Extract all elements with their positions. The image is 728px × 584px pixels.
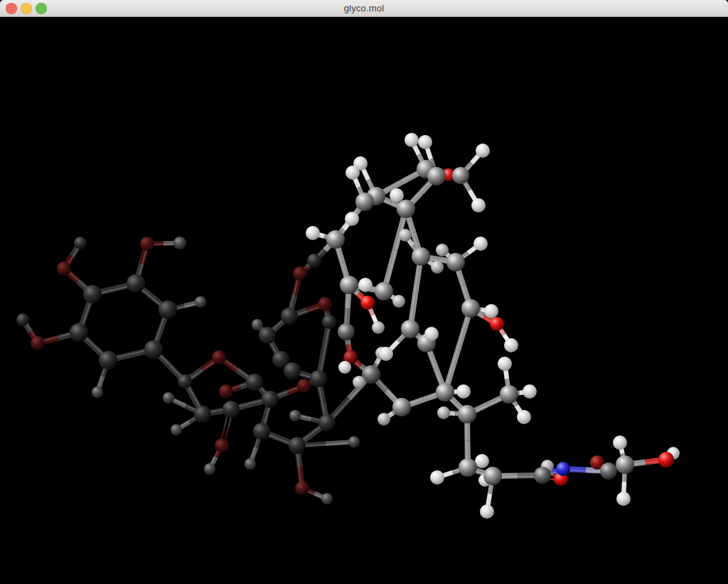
atom-Hd[interactable]	[289, 410, 301, 421]
atom-Hm[interactable]	[399, 229, 412, 242]
atom-C[interactable]	[355, 193, 374, 211]
atom-Hd[interactable]	[321, 493, 333, 504]
atom-Od[interactable]	[212, 350, 226, 364]
atom-H[interactable]	[405, 133, 419, 147]
atom-Cd[interactable]	[159, 301, 177, 319]
atom-H[interactable]	[379, 347, 393, 361]
atom-H[interactable]	[358, 278, 373, 292]
atom-C[interactable]	[397, 200, 415, 218]
atom-Cm[interactable]	[534, 467, 551, 484]
atom-Od[interactable]	[295, 481, 309, 495]
atom-Hm[interactable]	[431, 261, 444, 274]
atom-C[interactable]	[446, 253, 465, 271]
atom-C[interactable]	[401, 320, 419, 338]
atom-H[interactable]	[430, 470, 444, 485]
atom-H[interactable]	[424, 327, 439, 341]
atom-C[interactable]	[459, 458, 477, 477]
atom-Cd[interactable]	[281, 308, 298, 325]
atom-Hm[interactable]	[378, 413, 390, 426]
atom-Hm[interactable]	[437, 406, 450, 419]
atom-H[interactable]	[484, 304, 498, 318]
atom-H[interactable]	[504, 338, 518, 352]
atom-Hd[interactable]	[92, 386, 103, 398]
atom-C[interactable]	[436, 383, 454, 401]
atom-C[interactable]	[461, 299, 480, 318]
atom-H[interactable]	[471, 198, 486, 212]
atom-Hm[interactable]	[392, 295, 405, 308]
atom-H[interactable]	[346, 166, 360, 180]
atom-O[interactable]	[490, 317, 504, 331]
atom-Cd[interactable]	[70, 323, 88, 342]
atom-Cd[interactable]	[74, 237, 87, 249]
atom-Cd[interactable]	[259, 327, 276, 344]
atom-Cd[interactable]	[307, 254, 321, 268]
atom-Cd[interactable]	[127, 274, 145, 293]
atom-C[interactable]	[375, 282, 393, 301]
atom-Cd[interactable]	[284, 362, 301, 379]
atom-Cd[interactable]	[83, 285, 102, 303]
atom-C[interactable]	[483, 467, 502, 485]
atom-H[interactable]	[616, 492, 631, 506]
atom-Cd[interactable]	[194, 406, 211, 423]
atom-Cd[interactable]	[16, 313, 29, 326]
atom-H[interactable]	[473, 237, 488, 251]
window-titlebar[interactable]: glyco.mol	[0, 0, 728, 17]
atom-Hd[interactable]	[252, 319, 263, 330]
atom-H[interactable]	[456, 384, 471, 399]
atom-H[interactable]	[480, 504, 494, 519]
atom-Cd[interactable]	[99, 351, 117, 369]
zoom-button-icon[interactable]	[36, 3, 47, 14]
atom-H[interactable]	[338, 361, 351, 374]
atom-Cd[interactable]	[144, 340, 163, 359]
atom-Od[interactable]	[57, 261, 71, 276]
atom-O[interactable]	[360, 296, 375, 310]
atom-Od[interactable]	[215, 438, 229, 453]
molecule-viewport[interactable]	[0, 0, 728, 584]
atom-Hm[interactable]	[436, 244, 449, 256]
atom-H[interactable]	[476, 144, 490, 158]
atom-C[interactable]	[500, 385, 518, 404]
atom-C[interactable]	[340, 276, 358, 294]
atom-Cd[interactable]	[262, 391, 279, 408]
atom-H[interactable]	[306, 226, 320, 240]
atom-Cd[interactable]	[289, 437, 306, 454]
atom-Hd[interactable]	[173, 237, 186, 249]
atom-C[interactable]	[427, 167, 446, 185]
atom-Cd[interactable]	[223, 401, 240, 418]
atom-Cd[interactable]	[318, 414, 336, 431]
atom-Od[interactable]	[318, 297, 332, 311]
atom-Cd[interactable]	[178, 374, 192, 389]
atom-Cm[interactable]	[338, 323, 355, 340]
atom-Cd[interactable]	[310, 370, 327, 387]
atom-C[interactable]	[616, 455, 634, 474]
atom-Hd[interactable]	[195, 296, 206, 308]
atom-N[interactable]	[556, 462, 570, 476]
atom-H[interactable]	[475, 454, 489, 468]
minimize-button-icon[interactable]	[21, 3, 32, 14]
atom-Hd[interactable]	[245, 458, 256, 470]
atom-Od[interactable]	[297, 379, 311, 393]
atom-H[interactable]	[345, 212, 359, 226]
atom-Hd[interactable]	[348, 436, 360, 448]
atom-Od[interactable]	[31, 336, 45, 350]
atom-C[interactable]	[452, 167, 469, 184]
atom-Od[interactable]	[140, 237, 154, 251]
atom-Hm[interactable]	[372, 321, 385, 334]
atom-Cd[interactable]	[322, 315, 336, 329]
atom-C[interactable]	[326, 230, 345, 249]
atom-H[interactable]	[390, 188, 404, 202]
atom-H[interactable]	[498, 357, 512, 371]
atom-Hd[interactable]	[204, 463, 215, 475]
close-button-icon[interactable]	[6, 3, 17, 14]
atom-C[interactable]	[412, 247, 430, 266]
atom-C[interactable]	[458, 405, 476, 423]
atom-Cd[interactable]	[253, 423, 270, 440]
atom-Hd[interactable]	[163, 392, 174, 404]
atom-Cm[interactable]	[600, 463, 617, 480]
atom-H[interactable]	[418, 135, 432, 149]
atom-C[interactable]	[392, 398, 411, 416]
atom-Od[interactable]	[219, 384, 233, 399]
atom-O[interactable]	[658, 452, 674, 467]
atom-H[interactable]	[613, 436, 627, 450]
atom-Od[interactable]	[293, 266, 307, 281]
